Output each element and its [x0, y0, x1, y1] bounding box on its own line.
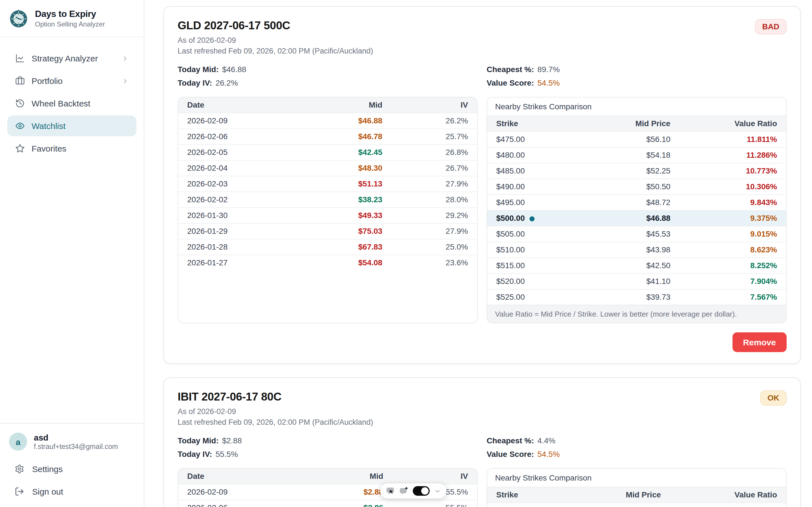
strike-mid-price: $6.45: [568, 503, 670, 507]
strike-mid-price: $56.10: [586, 131, 679, 147]
stat-value-score: Value Score:54.5%: [487, 78, 786, 87]
stat-label: Cheapest %:: [487, 436, 534, 445]
history-row: 2026-01-30 $49.33 29.2%: [178, 208, 477, 223]
user-name: asd: [34, 433, 118, 442]
strike-row-current: $500.00 $46.88 9.375%: [487, 210, 786, 226]
card-refreshed: Last refreshed Feb 09, 2026, 02:00 PM (P…: [177, 47, 786, 55]
strike-value-ratio: 9.843%: [679, 194, 786, 210]
history-mid: $2.88: [301, 484, 393, 500]
stat-value: 54.5%: [538, 450, 560, 459]
sidebar: Days to Expiry Option Selling Analyzer S…: [0, 0, 144, 507]
app-brand: Days to Expiry Option Selling Analyzer: [0, 0, 144, 37]
history-icon: [15, 99, 25, 108]
briefcase-icon: [15, 76, 25, 86]
stat-label: Cheapest %:: [487, 65, 534, 74]
strike-row: $490.00 $50.50 10.306%: [487, 179, 786, 194]
history-header-iv: IV: [392, 469, 477, 484]
avatar: a: [9, 433, 27, 451]
toggle-knob: [421, 487, 428, 495]
current-strike-dot-icon: [529, 216, 534, 221]
sidebar-item-favorites[interactable]: Favorites: [7, 138, 137, 159]
strike-mid-price: $52.25: [586, 163, 679, 179]
strike-value-ratio: 11.727%: [670, 503, 786, 507]
strike-value: $520.00: [487, 274, 586, 289]
strike-mid-price: $41.10: [586, 274, 679, 289]
sidebar-nav: Strategy Analyzer Portfolio Wheel Backte…: [0, 37, 144, 161]
card-actions: Remove: [177, 332, 786, 352]
strike-mid-price: $43.98: [586, 242, 679, 258]
settings-button[interactable]: Settings: [8, 457, 136, 480]
strike-mid-price: $50.50: [586, 179, 679, 194]
strike-value: $525.00: [487, 289, 586, 305]
comment-cursor-icon[interactable]: [386, 487, 395, 496]
history-date: 2026-02-09: [178, 484, 301, 500]
history-mid: $46.88: [302, 113, 391, 129]
watchlist-card-1: OK IBIT 2027-06-17 80C As of 2026-02-09 …: [163, 378, 801, 507]
chevron-down-icon[interactable]: [434, 488, 441, 494]
history-mid: $67.83: [302, 239, 391, 255]
history-iv: 26.7%: [391, 160, 477, 176]
stat-value: $46.88: [222, 65, 246, 74]
history-date: 2026-02-09: [178, 113, 302, 129]
strike-row: $525.00 $39.73 7.567%: [487, 289, 786, 305]
toolbar-toggle[interactable]: [413, 486, 430, 496]
chevron-right-icon: [122, 55, 129, 62]
gear-icon: [15, 464, 24, 473]
card-title: IBIT 2027-06-17 80C: [177, 390, 786, 403]
sidebar-item-label: Watchlist: [32, 121, 66, 131]
stat-cheapest: Cheapest %:4.4%: [487, 436, 786, 445]
stat-label: Today Mid:: [177, 436, 219, 445]
sidebar-item-portfolio[interactable]: Portfolio: [7, 70, 137, 91]
stats-left: Today Mid:$2.88 Today IV:55.5%: [177, 436, 477, 459]
app-title: Days to Expiry: [35, 9, 105, 19]
add-comment-icon[interactable]: [399, 487, 408, 496]
stat-today-iv: Today IV:26.2%: [177, 78, 477, 87]
strike-value: $515.00: [487, 258, 586, 274]
remove-button[interactable]: Remove: [732, 332, 786, 352]
sign-out-button[interactable]: Sign out: [8, 480, 136, 503]
stat-today-mid: Today Mid:$46.88: [177, 65, 477, 74]
history-row: 2026-02-05 $42.45 26.8%: [178, 145, 477, 160]
strike-row: $505.00 $45.53 9.015%: [487, 226, 786, 242]
stat-value: 55.5%: [215, 450, 238, 459]
card-title: GLD 2027-06-17 500C: [177, 19, 786, 32]
strike-value: $495.00: [487, 194, 586, 210]
sidebar-item-label: Wheel Backtest: [32, 99, 90, 108]
card-stats: Today Mid:$46.88 Today IV:26.2% Cheapest…: [177, 65, 786, 87]
history-row: 2026-02-06 $2.86 55.5%: [178, 500, 477, 507]
stat-label: Today IV:: [177, 78, 212, 87]
history-row: 2026-02-03 $51.13 27.9%: [178, 176, 477, 192]
strike-mid-price: $48.72: [586, 194, 679, 210]
strike-value-ratio: 9.015%: [679, 226, 786, 242]
strike-row: $510.00 $43.98 8.623%: [487, 242, 786, 258]
history-iv: 55.5%: [392, 500, 477, 507]
footer-item-label: Settings: [32, 464, 63, 473]
annotation-toolbar: [380, 483, 447, 499]
strike-value: $485.00: [487, 163, 586, 179]
sidebar-item-watchlist[interactable]: Watchlist: [7, 115, 137, 136]
history-date: 2026-01-29: [178, 223, 302, 239]
strike-value-ratio: 11.286%: [679, 147, 786, 163]
watchlist-main: BAD GLD 2027-06-17 500C As of 2026-02-09…: [144, 0, 812, 507]
strike-row: $55.00 $6.45 11.727%: [487, 503, 786, 507]
strike-value-ratio: 7.567%: [679, 289, 786, 305]
strike-value-ratio: 11.811%: [679, 131, 786, 147]
history-iv: 23.6%: [391, 255, 477, 270]
user-email: f.strauf+test34@gmail.com: [34, 443, 118, 451]
history-mid: $48.30: [302, 160, 391, 176]
history-header-date: Date: [178, 98, 302, 113]
sidebar-item-wheel-backtest[interactable]: Wheel Backtest: [7, 93, 137, 114]
history-iv: 26.2%: [391, 113, 477, 129]
stat-value-score: Value Score:54.5%: [487, 450, 786, 459]
card-tables: Date Mid IV 2026-02-09 $46.88 26.2% 2026…: [177, 97, 786, 323]
history-row: 2026-01-28 $67.83 25.0%: [178, 239, 477, 255]
strikes-panel-title: Nearby Strikes Comparison: [487, 469, 786, 487]
card-as-of: As of 2026-02-09: [177, 407, 786, 416]
nearby-strikes-panel: Nearby Strikes Comparison Strike Mid Pri…: [487, 97, 786, 323]
chart-line-icon: [15, 54, 25, 63]
sidebar-item-strategy-analyzer[interactable]: Strategy Analyzer: [7, 48, 137, 69]
history-mid: $42.45: [302, 145, 391, 160]
strikes-header-value-ratio: Value Ratio: [679, 116, 786, 131]
history-date: 2026-02-03: [178, 176, 302, 192]
stat-value: 4.4%: [538, 436, 555, 445]
